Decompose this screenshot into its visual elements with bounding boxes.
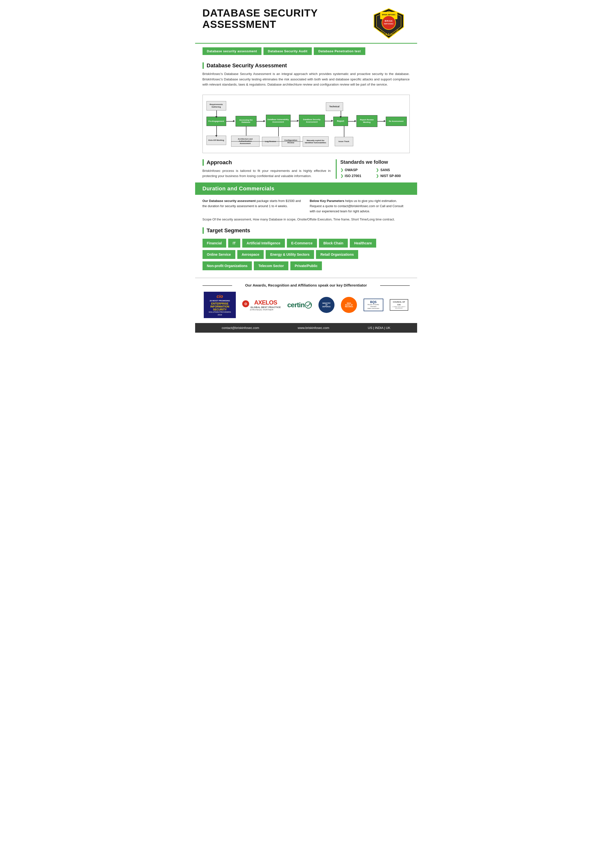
arrow-6 bbox=[377, 121, 384, 122]
standards-grid: OWASP SANS ISO 27001 NIST SP-800 bbox=[340, 168, 410, 178]
awards-heading: Our Awards, Recognition and Affiliations… bbox=[202, 283, 410, 287]
duration-content: Our Database security assessment package… bbox=[195, 195, 417, 217]
tag-online: Online Service bbox=[202, 250, 235, 259]
footer-email: contact@briskinfosec.com bbox=[222, 326, 259, 330]
tag-healthcare: Healthcare bbox=[350, 239, 376, 248]
award-bqs: BQS Bureau of QualityStandardISMS CERTIF… bbox=[363, 299, 383, 311]
svg-text:BRISK INFOSEC: BRISK INFOSEC bbox=[382, 14, 395, 16]
svg-text:INFOSEC: INFOSEC bbox=[384, 23, 393, 25]
arrow-2-head bbox=[264, 120, 266, 122]
tag-private-public: Private/Public bbox=[290, 261, 322, 270]
tag-ecommerce: E-Commerce bbox=[287, 239, 317, 248]
standards-col: Standards we follow OWASP SANS ISO 27001… bbox=[336, 159, 410, 179]
duration-right: Below Key Parameters helps us to give yo… bbox=[310, 198, 410, 214]
tag-row-1: Financial IT Artificial Intelligence E-C… bbox=[202, 239, 410, 248]
awards-section: Our Awards, Recognition and Affiliations… bbox=[195, 277, 417, 323]
assessment-body: BriskInfosec's Database Security Assessm… bbox=[202, 71, 410, 87]
standard-nist: NIST SP-800 bbox=[376, 174, 410, 178]
duration-left: Our Database security assessment package… bbox=[202, 198, 303, 214]
svg-text:BRISK: BRISK bbox=[385, 20, 393, 22]
tag-aerospace: Aerospace bbox=[237, 250, 264, 259]
tag-nonprofit: Non-profit Organizations bbox=[202, 261, 252, 270]
tag-row-2: Online Service Aerospace Energy & Utilit… bbox=[202, 250, 410, 259]
duration-heading: Duration and Commercials bbox=[202, 186, 410, 192]
certin-icon bbox=[304, 301, 312, 309]
svg-point-9 bbox=[305, 302, 312, 308]
award-cio: cio 20 MOST PROMISING ENTERPRISEINFORMAT… bbox=[204, 292, 236, 318]
arrow-v3-head bbox=[215, 135, 217, 137]
approach-body: BriskInfosec process is tailored to fit … bbox=[202, 168, 331, 179]
standards-heading: Standards we follow bbox=[340, 159, 410, 165]
award-mod: MINISTRYOFDEFENCE bbox=[318, 297, 334, 313]
arrow-v2 bbox=[341, 111, 341, 117]
logo-area: BRISK INFOSEC BRISK INFOSEC CYBER TRUST … bbox=[373, 8, 410, 40]
arrow-4 bbox=[325, 121, 332, 121]
approach-standards-section: Approach BriskInfosec process is tailore… bbox=[195, 157, 417, 183]
flow-sec-assess: DataBase SecurityAssessment bbox=[299, 115, 325, 127]
flow-req-gathering: RequirementsGathering bbox=[207, 101, 226, 110]
svg-text:★ ★ ★: ★ ★ ★ bbox=[385, 33, 392, 35]
award-axelos: ⊙ AXELOS GLOBAL BEST PRACTICE STRATEGIC … bbox=[242, 299, 281, 311]
arrow-v4 bbox=[278, 127, 279, 136]
awards-logos: cio 20 MOST PROMISING ENTERPRISEINFORMAT… bbox=[202, 292, 410, 318]
tag-blockchain: Block Chain bbox=[319, 239, 348, 248]
arrow-5-head bbox=[354, 120, 356, 122]
tag-retail: Retail Organizations bbox=[316, 250, 358, 259]
duration-left-bold: Our Database security assessment bbox=[202, 199, 256, 203]
footer-locations: US | INDIA | UK bbox=[368, 326, 390, 330]
approach-col: Approach BriskInfosec process is tailore… bbox=[202, 159, 331, 179]
footer-website: www.briskinfosec.com bbox=[298, 326, 329, 330]
flow-accessing: Accessing theDatabase bbox=[236, 116, 256, 127]
arrow-v2-head bbox=[340, 116, 342, 118]
tag-financial: Financial bbox=[202, 239, 227, 248]
arrow-3 bbox=[290, 121, 298, 121]
standard-iso: ISO 27001 bbox=[340, 174, 374, 178]
arrow-v1 bbox=[216, 110, 217, 117]
duration-section-header: Duration and Commercials bbox=[195, 183, 417, 195]
flow-config: ConfigurationReview bbox=[282, 136, 300, 147]
brisk-infosec-logo: BRISK INFOSEC BRISK INFOSEC CYBER TRUST … bbox=[373, 8, 405, 39]
arrow-v1-head bbox=[215, 116, 217, 118]
arrow-6-head bbox=[384, 120, 386, 122]
flow-exploit: Manually exploit theIdentified Vulnerabi… bbox=[303, 136, 329, 147]
tag-telecom: Telecom Sector bbox=[254, 261, 288, 270]
arrow-v5 bbox=[344, 126, 344, 137]
footer: contact@briskinfosec.com www.briskinfose… bbox=[195, 323, 417, 333]
target-segments-heading: Target Segments bbox=[202, 227, 410, 234]
page-title: DATABASE SECURITY ASSESSMENT bbox=[202, 8, 351, 30]
standard-sans: SANS bbox=[376, 168, 410, 172]
arrow-1 bbox=[226, 121, 234, 122]
flow-issue: Issue Track bbox=[335, 137, 353, 146]
award-council-cia: COUNCIL OFCIA CYBER SECURITYADVISORY bbox=[390, 299, 408, 311]
award-india-records: INDIABOOK OFRECORDS bbox=[341, 297, 357, 313]
tab-database-penetration-test[interactable]: Database Penetration test bbox=[314, 47, 365, 55]
flow-reassess: Re Assessment bbox=[386, 117, 407, 126]
assessment-section: Database Security Assessment BriskInfose… bbox=[195, 59, 417, 91]
arrow-3-head bbox=[297, 120, 299, 122]
duration-scope: Scope Of the security assessment, How ma… bbox=[195, 217, 417, 225]
nav-tabs: Database security assessment Database Se… bbox=[195, 43, 417, 59]
page-header: DATABASE SECURITY ASSESSMENT BRISK INFOS… bbox=[195, 0, 417, 43]
approach-heading: Approach bbox=[202, 159, 331, 166]
flow-vuln: DataBase VulnerabilityAssessment bbox=[266, 115, 290, 127]
assessment-heading: Database Security Assessment bbox=[202, 62, 410, 69]
flow-log: Log Review bbox=[262, 137, 279, 146]
tag-row-3: Non-profit Organizations Telecom Sector … bbox=[202, 261, 410, 270]
flow-technical: Technical bbox=[326, 102, 343, 111]
tab-database-security-audit[interactable]: Database Security Audit bbox=[264, 47, 312, 55]
tab-database-security-assessment[interactable]: Database security assessment bbox=[202, 47, 261, 55]
tag-ai: Artificial Intelligence bbox=[242, 239, 285, 248]
standard-owasp: OWASP bbox=[340, 168, 374, 172]
duration-right-bold: Below Key Parameters bbox=[310, 199, 344, 203]
arrow-v6 bbox=[246, 127, 247, 136]
arrow-v3 bbox=[216, 126, 217, 136]
flow-diagram: Pre-Engagement Accessing theDatabase Dat… bbox=[202, 95, 410, 153]
tag-it: IT bbox=[228, 239, 240, 248]
arrow-2 bbox=[256, 121, 264, 122]
award-certin: certin bbox=[287, 301, 312, 309]
arrow-4-head bbox=[331, 120, 333, 122]
target-segments-section: Target Segments Financial IT Artificial … bbox=[195, 225, 417, 274]
arrow-1-head bbox=[233, 120, 235, 122]
flow-review: Report ReviewMeeting bbox=[356, 115, 377, 127]
arrow-5 bbox=[348, 121, 355, 122]
